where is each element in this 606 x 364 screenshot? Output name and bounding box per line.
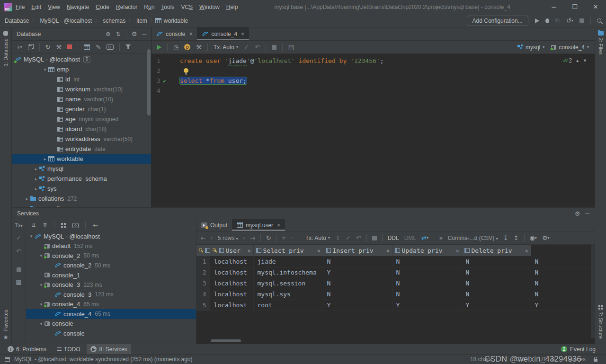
locate-object-icon[interactable]: ⊕ <box>106 30 111 37</box>
open-in-new-frame-icon[interactable]: ⊹ <box>72 223 79 228</box>
stop-execution-icon[interactable] <box>272 45 276 50</box>
run-with-profiler-button[interactable]: ↺▾ <box>566 17 573 24</box>
event-log-widget[interactable]: 2 Event Log <box>561 346 596 353</box>
reload-page-icon[interactable]: ↻ <box>266 234 271 241</box>
menu-item[interactable]: File <box>12 2 28 12</box>
commit-icon[interactable]: ✓ <box>16 234 21 241</box>
grid-settings-gear-icon[interactable]: ⚙▾ <box>542 234 550 241</box>
grid-cell[interactable]: N <box>462 278 531 289</box>
submit-to-db-icon[interactable]: ⇧ <box>335 234 340 241</box>
menu-item[interactable]: Navigate <box>63 2 92 12</box>
grid-row[interactable]: 5 localhost root Y Y Y Y <box>196 300 595 311</box>
duplicate-icon[interactable] <box>28 45 32 50</box>
grid-cell[interactable]: N <box>531 256 595 267</box>
grid-cell[interactable]: N <box>531 278 595 289</box>
add-row-button[interactable]: + <box>282 234 286 241</box>
execution-history-icon[interactable]: ◷ <box>173 44 178 51</box>
grid-cell[interactable]: localhost <box>210 289 253 300</box>
services-tree-item[interactable]: console_4 65 ms <box>26 309 196 319</box>
grid-cell[interactable]: localhost <box>210 267 253 278</box>
sort-icon[interactable]: ⇅ <box>386 248 389 253</box>
grid-cell[interactable]: N <box>323 256 392 267</box>
group-by-icon[interactable] <box>61 223 63 225</box>
database-tree-item[interactable]: id int <box>12 74 151 84</box>
database-tree-item[interactable]: MySQL - @localhost 5 <box>12 54 151 64</box>
hide-services-icon[interactable]: ─ <box>585 210 589 217</box>
grid-row[interactable]: 2 localhost mysql.infoschema Y N N N <box>196 267 595 278</box>
menu-item[interactable]: Help <box>223 2 241 12</box>
database-tree-item[interactable]: age tinyint unsigned <box>12 114 151 124</box>
export-format-select[interactable]: Comma-...d (CSV) ▾ <box>448 235 498 241</box>
menu-item[interactable]: VCS <box>178 2 196 12</box>
grid-row[interactable]: 1 localhost jiade N N N N <box>196 256 595 267</box>
grid-vertical-scrollbar[interactable] <box>591 245 595 338</box>
debug-button[interactable] <box>545 18 549 23</box>
services-tree-item[interactable]: ▾ console_2 50 ms <box>26 251 196 261</box>
stop-button[interactable] <box>579 18 584 23</box>
commit-check-icon[interactable]: ✓ <box>244 44 249 51</box>
grid-cell[interactable]: N <box>531 289 595 300</box>
sort-icon[interactable]: ⇅ <box>248 248 250 253</box>
delete-row-button[interactable]: − <box>291 234 294 241</box>
coverage-button[interactable]: ⎗ <box>555 17 560 25</box>
commit-check-icon[interactable]: ✓ <box>346 234 351 241</box>
tree-chevron-icon[interactable]: ▸ <box>33 177 39 181</box>
services-tree-item[interactable]: ▾ MySQL - @localhost <box>26 231 196 241</box>
menu-item[interactable]: Tools <box>158 2 178 12</box>
favorites-star-icon[interactable]: ★ <box>3 334 9 341</box>
breadcrumb-item-table[interactable]: worktable <box>155 18 188 24</box>
database-tree-scrollbar[interactable] <box>147 49 151 115</box>
grid-cell[interactable]: N <box>392 267 462 278</box>
tree-chevron-icon[interactable]: ▸ <box>33 186 39 191</box>
panel-settings-gear-icon[interactable]: ⚙ <box>132 30 137 37</box>
grid-cell[interactable]: Y <box>462 300 531 311</box>
close-tab-icon[interactable]: × <box>241 31 244 37</box>
services-tree-item[interactable]: console_3 123 ms <box>26 290 196 300</box>
grid-cell[interactable]: mysql.session <box>253 278 323 289</box>
grid-cell[interactable]: Y <box>323 267 392 278</box>
database-tree-item[interactable]: ▸ performance_schema <box>12 174 151 184</box>
menu-item[interactable]: Window <box>196 2 223 12</box>
database-tree-item[interactable]: ▾ emp <box>12 64 151 74</box>
prev-problem-icon[interactable]: ▲ <box>575 58 579 63</box>
grid-cell[interactable]: Y <box>323 300 392 311</box>
rollback-icon[interactable]: ↶ <box>255 44 260 51</box>
run-button[interactable] <box>535 18 539 23</box>
tree-chevron-icon[interactable]: ▸ <box>42 157 48 161</box>
view-data-icon[interactable] <box>84 44 90 50</box>
breadcrumb-item[interactable]: Database <box>5 18 29 24</box>
database-tree-item[interactable]: gender char(1) <box>12 104 151 114</box>
grid-column-header[interactable]: Select_priv ⇅ <box>253 245 323 256</box>
add-service-button[interactable]: +▾ <box>92 222 98 229</box>
database-tree-item[interactable]: ▸ worktable <box>12 154 151 164</box>
compare-icon[interactable]: ⇄▾ <box>421 234 428 241</box>
favorites-stripe-tab[interactable]: Favorites <box>3 310 9 331</box>
database-tree-item[interactable]: workaddress varchar(50) <box>12 134 151 144</box>
grid-horizontal-scrollbar[interactable] <box>211 339 241 342</box>
grid-row[interactable]: 4 localhost mysql.sys N N N N <box>196 289 595 300</box>
database-stripe-tab[interactable]: 1: Database <box>3 38 9 66</box>
grid-cell[interactable]: localhost <box>210 300 253 311</box>
menu-item[interactable]: Refactor <box>113 2 141 12</box>
maximize-window-button[interactable]: ☐ <box>564 0 585 14</box>
dml-button[interactable]: DML <box>404 235 416 241</box>
grid-cell[interactable]: mysql.sys <box>253 289 323 300</box>
add-data-source-button[interactable]: +▾ <box>17 44 22 51</box>
stop-query-icon[interactable] <box>67 44 72 49</box>
database-tree-item[interactable]: idcard char(18) <box>12 124 151 134</box>
results-tab[interactable]: Output <box>196 219 232 231</box>
results-tab[interactable]: mysql.user × <box>232 219 285 231</box>
stop-process-icon[interactable] <box>17 267 21 272</box>
grid-column-header[interactable]: User ⇅ <box>210 245 253 256</box>
services-tree-item[interactable]: ▾ console <box>26 319 196 329</box>
tree-chevron-icon[interactable]: ▾ <box>38 321 45 326</box>
services-tab[interactable]: ▶ 8: Services <box>87 344 131 355</box>
sort-icon[interactable]: ⇅ <box>525 248 528 253</box>
grid-cell[interactable]: Y <box>392 300 462 311</box>
import-upload-icon[interactable]: ↥ <box>514 234 519 241</box>
structure-stripe-tab[interactable]: 7: Structure <box>598 312 604 339</box>
edit-settings-wrench-icon[interactable]: ⚒ <box>196 44 202 51</box>
menu-item[interactable]: View <box>45 2 63 12</box>
tree-chevron-icon[interactable]: ▾ <box>42 67 48 72</box>
services-tree-item[interactable]: console_2 50 ms <box>26 261 196 271</box>
